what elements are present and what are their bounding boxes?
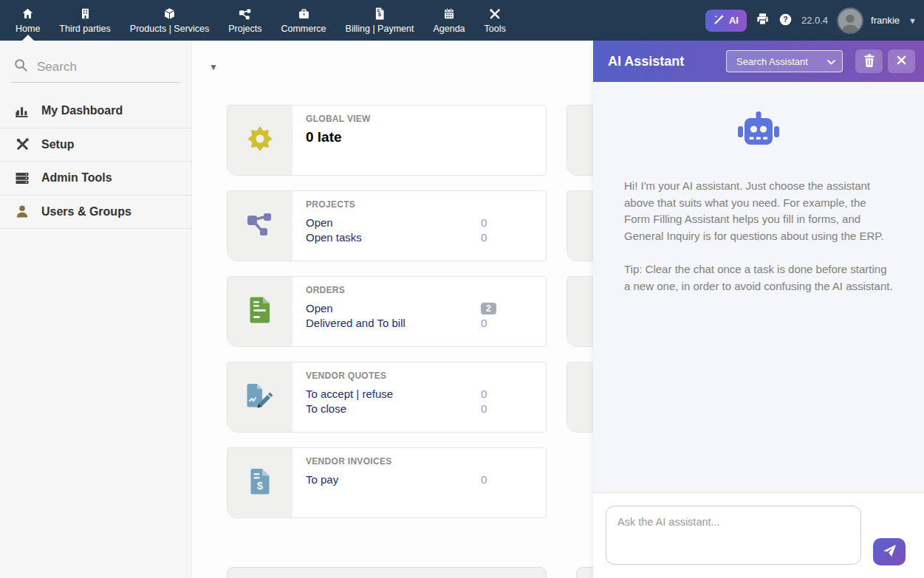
card-link[interactable]: Open tasks [306, 231, 362, 244]
search-icon [14, 58, 28, 75]
user-menu-chevron-down-icon[interactable]: ▼ [908, 16, 917, 25]
server-icon [14, 171, 30, 185]
topnav-right: AI ? 22.0.4 frankie ▼ [705, 0, 917, 41]
file-invoice-dollar-icon: $ [374, 7, 385, 20]
card-row: To close 0 [306, 401, 533, 416]
sidebar-item-admin-tools[interactable]: Admin Tools [0, 162, 191, 196]
robot-icon [624, 111, 893, 156]
sidebar-menu: My Dashboard Setup Admin Tools Users & G… [0, 94, 191, 229]
card-link[interactable]: Delivered and To bill [306, 317, 405, 329]
nav-billing-payment[interactable]: $ Billing | Payment [336, 0, 424, 41]
sidebar-search: ▼ [11, 58, 180, 83]
magic-wand-icon [713, 14, 725, 27]
nav-third-parties[interactable]: Third parties [49, 0, 120, 41]
top-navbar: Home Third parties Products | Services P… [0, 0, 924, 41]
tools-icon [489, 7, 501, 20]
search-dropdown-chevron-icon[interactable]: ▼ [209, 62, 219, 72]
assistant-selector[interactable]: Search Assistant [726, 50, 843, 72]
help-button[interactable]: ? [778, 13, 793, 29]
paper-plane-icon [883, 544, 897, 560]
card-global-view: GLOBAL VIEW 0 late [227, 105, 547, 176]
user-avatar[interactable] [837, 7, 863, 34]
assistant-header: AI Assistant Search Assistant [593, 41, 924, 82]
nav-label: Tools [485, 24, 506, 34]
nav-label: Agenda [433, 24, 465, 34]
nav-label: Third parties [59, 24, 110, 34]
card-row: Delivered and To bill 0 [306, 315, 533, 330]
card-link[interactable]: To close [306, 402, 346, 415]
card-row: To pay 0 [306, 472, 533, 486]
card-row: Open tasks 0 [306, 230, 533, 244]
ai-assistant-toggle-button[interactable]: AI [705, 10, 747, 32]
card-title: VENDOR QUOTES [306, 371, 533, 381]
close-icon [897, 55, 906, 67]
nav-label: Billing | Payment [346, 24, 414, 34]
dashboard-left-column: GLOBAL VIEW 0 late PROJECTS Open 0 Open … [227, 105, 547, 533]
nav-tools[interactable]: Tools [475, 0, 516, 41]
nav-projects[interactable]: Projects [219, 0, 271, 41]
briefcase-icon [298, 7, 310, 20]
assistant-input[interactable] [606, 506, 861, 565]
left-sidebar: ▼ My Dashboard Setup Admin Tools Users &… [0, 41, 192, 578]
nav-agenda[interactable]: Agenda [423, 0, 474, 41]
card-value: 0 [481, 317, 533, 329]
close-assistant-button[interactable] [888, 49, 915, 73]
trash-icon [863, 54, 875, 69]
card-link[interactable]: To pay [306, 473, 338, 486]
nav-commerce[interactable]: Commerce [271, 0, 335, 41]
send-button[interactable] [873, 538, 906, 565]
version-label: 22.0.4 [801, 15, 828, 26]
card-value: 0 [481, 216, 533, 229]
username-label[interactable]: frankie [871, 15, 900, 26]
project-diagram-icon [247, 211, 273, 241]
ai-assistant-panel: AI Assistant Search Assistant Hi! I'm yo… [593, 41, 924, 578]
assistant-chat-area: Hi! I'm your AI assistant. Just choose t… [593, 82, 924, 493]
search-input[interactable] [37, 60, 200, 75]
order-file-icon [249, 297, 271, 326]
card-link[interactable]: Open [306, 302, 333, 314]
card-link[interactable]: Open [306, 216, 333, 229]
partial-bottom-card [227, 567, 547, 578]
user-icon [14, 204, 30, 219]
card-row: Open 2 [306, 300, 533, 315]
card-row: To accept | refuse 0 [306, 386, 533, 401]
nav-label: Home [16, 24, 40, 34]
clear-chat-button[interactable] [855, 49, 883, 73]
card-title: GLOBAL VIEW [306, 114, 533, 124]
card-projects: PROJECTS Open 0 Open tasks 0 [227, 190, 547, 261]
nav-label: Commerce [281, 24, 326, 34]
sidebar-item-label: Users & Groups [41, 205, 131, 219]
nav-products-services[interactable]: Products | Services [120, 0, 219, 41]
printer-icon [756, 13, 770, 28]
sidebar-item-label: Admin Tools [41, 171, 112, 185]
count-badge[interactable]: 2 [481, 303, 496, 314]
nav-label: Projects [228, 24, 261, 34]
project-diagram-icon [239, 7, 252, 20]
sidebar-item-label: My Dashboard [41, 104, 123, 117]
file-dollar-icon: $ [250, 468, 270, 498]
sun-icon [246, 125, 274, 156]
product-box-icon [163, 7, 176, 20]
card-link[interactable]: To accept | refuse [306, 388, 393, 400]
card-value: 0 [481, 231, 533, 244]
ai-button-label: AI [729, 15, 739, 26]
card-value: 2 [481, 301, 533, 314]
sidebar-item-label: Setup [41, 138, 74, 151]
sidebar-item-my-dashboard[interactable]: My Dashboard [0, 94, 191, 128]
card-row: Open 0 [306, 215, 533, 230]
nav-home[interactable]: Home [6, 0, 49, 41]
chevron-down-icon [827, 56, 835, 67]
sidebar-item-users-groups[interactable]: Users & Groups [0, 196, 191, 230]
card-orders: ORDERS Open 2 Delivered and To bill 0 [227, 276, 547, 347]
print-button[interactable] [756, 13, 770, 28]
assistant-title: AI Assistant [608, 54, 726, 69]
card-title: ORDERS [306, 285, 533, 295]
bar-chart-icon [14, 104, 30, 118]
building-icon [80, 7, 91, 20]
card-vendor-invoices: $ VENDOR INVOICES To pay 0 [227, 447, 547, 518]
sidebar-item-setup[interactable]: Setup [0, 128, 191, 162]
svg-text:?: ? [783, 16, 787, 24]
card-value: 0 [481, 388, 533, 400]
main-menu: Home Third parties Products | Services P… [0, 0, 516, 41]
active-menu-caret [22, 35, 34, 41]
